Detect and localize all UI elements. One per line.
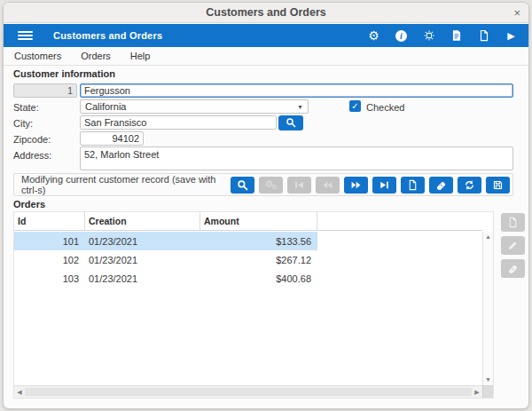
menu-help[interactable]: Help <box>130 51 151 61</box>
refresh-button[interactable] <box>458 177 481 194</box>
erase-record-button[interactable] <box>429 177 453 194</box>
column-header-creation[interactable]: Creation <box>85 212 200 230</box>
app-title: Customers and Orders <box>53 30 162 41</box>
orders-table: Id Creation Amount 10101/23/2021$133.561… <box>13 211 494 399</box>
fast-forward-icon <box>350 179 362 191</box>
chevron-down-icon: ▼ <box>297 104 303 110</box>
orders-table-body: 10101/23/2021$133.5610201/23/2021$267.12… <box>14 232 482 385</box>
table-cell: $133.56 <box>200 232 317 250</box>
cogs-icon: ⚙⚙ <box>264 179 277 190</box>
state-value: California <box>85 101 126 112</box>
new-record-button[interactable] <box>401 177 425 194</box>
file-blank-icon <box>407 179 419 191</box>
table-cell: 01/23/2021 <box>85 269 200 288</box>
menu-orders[interactable]: Orders <box>81 51 111 61</box>
status-message: Modifying current customer record (save … <box>21 174 231 195</box>
state-select[interactable]: California ▼ <box>80 99 309 114</box>
previous-record-button <box>316 177 340 194</box>
menu-customers[interactable]: Customers <box>14 51 61 61</box>
table-cell: $400.68 <box>200 269 317 288</box>
next-record-button[interactable] <box>344 177 368 194</box>
checked-checkbox[interactable] <box>349 100 361 112</box>
eraser-icon <box>435 179 447 191</box>
settings-gear-icon[interactable]: ⚙ <box>367 29 380 43</box>
customer-name-input[interactable] <box>80 83 513 98</box>
vertical-scrollbar[interactable]: ▲ ▼ <box>482 232 493 385</box>
appbar-icon-group: ⚙i▶ <box>367 29 518 43</box>
city-input[interactable] <box>80 115 277 130</box>
orders-side-toolbar <box>501 213 525 278</box>
menu-bar: Customers Orders Help <box>4 47 528 66</box>
horizontal-scrollbar[interactable]: ◀ ▶ <box>14 385 482 398</box>
customer-section-title: Customer information <box>13 68 115 79</box>
window-titlebar[interactable]: Customers and Orders × <box>4 3 528 23</box>
skip-start-icon <box>293 179 305 191</box>
save-button[interactable] <box>486 177 510 194</box>
search-icon <box>237 179 248 191</box>
scroll-down-icon[interactable]: ▼ <box>483 375 493 384</box>
checked-label: Checked <box>366 102 404 113</box>
blank-file-icon[interactable] <box>477 29 490 43</box>
window-title: Customers and Orders <box>206 6 325 19</box>
save-icon <box>492 179 504 191</box>
address-label: Address: <box>13 150 51 161</box>
app-window: Customers and Orders × Customers and Ord… <box>3 2 529 409</box>
search-record-button[interactable] <box>231 177 254 194</box>
delete-order-button <box>501 259 525 278</box>
refresh-icon <box>464 179 475 191</box>
address-textarea[interactable]: 52, Marlon Street <box>80 146 513 170</box>
table-row[interactable]: 10301/23/2021$400.68 <box>14 269 317 288</box>
orders-section-title: Orders <box>13 199 45 209</box>
eraser-icon <box>507 263 519 274</box>
last-record-button[interactable] <box>372 177 396 194</box>
scroll-up-icon[interactable]: ▲ <box>483 233 493 241</box>
zipcode-input[interactable] <box>80 131 144 146</box>
table-cell: 103 <box>14 269 85 288</box>
record-toolbar: ⚙⚙ <box>231 177 510 194</box>
info-icon[interactable]: i <box>395 29 408 43</box>
first-record-button <box>287 177 311 194</box>
table-cell: 01/23/2021 <box>85 232 200 250</box>
scroll-left-icon[interactable]: ◀ <box>14 386 25 398</box>
run-play-icon[interactable]: ▶ <box>505 29 518 43</box>
report-file-icon[interactable] <box>450 29 463 43</box>
city-search-button[interactable] <box>278 115 303 130</box>
state-label: State: <box>13 102 39 113</box>
customer-id-field <box>13 83 77 98</box>
scrollbar-corner <box>482 385 493 398</box>
column-header-empty <box>317 212 482 230</box>
edit-order-button <box>501 236 525 255</box>
city-label: City: <box>13 118 33 129</box>
zipcode-label: Zipcode: <box>13 134 51 145</box>
app-toolbar: Customers and Orders ⚙i▶ <box>4 24 528 47</box>
menu-icon[interactable] <box>18 31 33 41</box>
scroll-right-icon[interactable]: ▶ <box>472 386 482 398</box>
table-row[interactable]: 10101/23/2021$133.56 <box>14 232 317 250</box>
close-icon[interactable]: × <box>513 3 520 23</box>
table-cell: 101 <box>14 232 85 250</box>
skip-end-icon <box>379 179 390 191</box>
actions-cogs-button: ⚙⚙ <box>259 177 283 194</box>
column-header-id[interactable]: Id <box>14 212 85 230</box>
table-cell: 01/23/2021 <box>85 250 200 269</box>
search-icon <box>286 117 296 130</box>
column-header-amount[interactable]: Amount <box>200 212 317 230</box>
orders-table-header: Id Creation Amount <box>14 212 482 231</box>
preferences-chip-icon[interactable] <box>422 29 435 43</box>
record-status-bar: Modifying current customer record (save … <box>13 173 513 196</box>
table-cell: 102 <box>14 250 85 269</box>
hscroll-thumb[interactable] <box>25 388 472 396</box>
table-cell: $267.12 <box>200 250 317 269</box>
file-blank-icon <box>507 217 519 228</box>
rewind-icon <box>322 179 333 191</box>
table-row[interactable]: 10201/23/2021$267.12 <box>14 250 317 269</box>
new-order-button <box>501 213 525 232</box>
pencil-icon <box>507 240 519 251</box>
